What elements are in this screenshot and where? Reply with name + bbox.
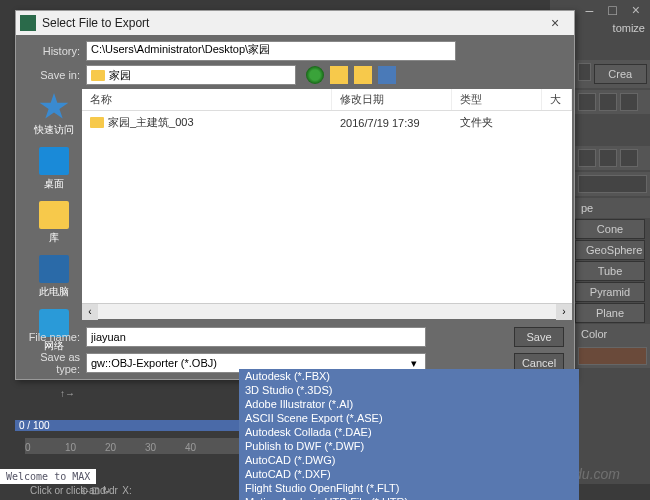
savein-value: 家园 [109, 68, 131, 83]
sidebar-item-label: 桌面 [26, 177, 82, 191]
color-swatch[interactable] [578, 347, 647, 365]
minimize-button[interactable]: – [586, 2, 594, 18]
history-dropdown[interactable]: C:\Users\Administrator\Desktop\家园 [86, 41, 456, 61]
folder-icon [90, 117, 104, 128]
desktop-icon [39, 147, 69, 175]
shapes-icon[interactable] [599, 149, 617, 167]
sidebar-item-label: 此电脑 [26, 285, 82, 299]
places-sidebar: 快速访问桌面库此电脑网络 [26, 89, 82, 319]
dialog-close-button[interactable]: × [540, 15, 570, 31]
customize-menu[interactable]: tomize [613, 22, 645, 34]
filetype-option[interactable]: Autodesk Collada (*.DAE) [239, 425, 579, 439]
shape-section-label: pe [575, 198, 650, 218]
filetype-option[interactable]: Adobe Illustrator (*.AI) [239, 397, 579, 411]
command-panel: Crea pe ConeGeoSphereTubePyramidPlane Co… [575, 60, 650, 370]
horizontal-scrollbar[interactable]: ‹ › [82, 303, 572, 319]
filetype-option[interactable]: Flight Studio OpenFlight (*.FLT) [239, 481, 579, 495]
history-label: History: [26, 45, 86, 57]
sidebar-item-label: 库 [26, 231, 82, 245]
filetype-option[interactable]: Autodesk (*.FBX) [239, 369, 579, 383]
primitive-pyramid-button[interactable]: Pyramid [575, 282, 645, 302]
pc-icon [39, 255, 69, 283]
filetype-option[interactable]: AutoCAD (*.DWG) [239, 453, 579, 467]
sidebar-item-label: 快速访问 [26, 123, 82, 137]
sidebar-item-库[interactable]: 库 [26, 201, 82, 245]
color-section-label: Color [575, 324, 650, 344]
col-date[interactable]: 修改日期 [332, 89, 452, 110]
create-tab-icon[interactable] [578, 63, 591, 81]
coord-x-label: X: [122, 485, 131, 496]
welcome-banner: Welcome to MAX [0, 469, 96, 484]
scroll-right-arrow[interactable]: › [556, 304, 572, 320]
back-icon[interactable] [306, 66, 324, 84]
lib-icon [39, 201, 69, 229]
filetype-option[interactable]: Publish to DWF (*.DWF) [239, 439, 579, 453]
status-text: Click or click-and-dr [30, 485, 118, 496]
app-window-controls: – □ × [576, 0, 650, 20]
filetype-dropdown-list: Autodesk (*.FBX)3D Studio (*.3DS)Adobe I… [239, 369, 579, 500]
folder-icon [91, 70, 105, 81]
filetype-option[interactable]: 3D Studio (*.3DS) [239, 383, 579, 397]
sidebar-item-此电脑[interactable]: 此电脑 [26, 255, 82, 299]
col-name[interactable]: 名称 [82, 89, 332, 110]
geometry-icon[interactable] [578, 149, 596, 167]
close-button[interactable]: × [632, 2, 640, 18]
filename-input[interactable] [86, 327, 426, 347]
panel-icon[interactable] [599, 93, 617, 111]
panel-icon[interactable] [578, 93, 596, 111]
filetype-option[interactable]: Motion Analysis HTR File (*.HTR) [239, 495, 579, 500]
up-folder-icon[interactable] [330, 66, 348, 84]
lights-icon[interactable] [620, 149, 638, 167]
sidebar-item-快速访问[interactable]: 快速访问 [26, 93, 82, 137]
sidebar-item-桌面[interactable]: 桌面 [26, 147, 82, 191]
savein-label: Save in: [26, 69, 86, 81]
panel-icon[interactable] [620, 93, 638, 111]
export-dialog: Select File to Export × History: C:\User… [15, 10, 575, 380]
star-icon [39, 93, 69, 121]
filetype-option[interactable]: AutoCAD (*.DXF) [239, 467, 579, 481]
viewport-axis: ↑→ [60, 388, 75, 399]
filename-label: File name: [26, 331, 86, 343]
scroll-left-arrow[interactable]: ‹ [82, 304, 98, 320]
col-type[interactable]: 类型 [452, 89, 542, 110]
dialog-title: Select File to Export [42, 16, 540, 30]
file-row[interactable]: 家园_主建筑_0032016/7/19 17:39文件夹 [82, 111, 572, 134]
primitive-tube-button[interactable]: Tube [575, 261, 645, 281]
save-button[interactable]: Save [514, 327, 564, 347]
maximize-button[interactable]: □ [608, 2, 616, 18]
primitive-geosphere-button[interactable]: GeoSphere [575, 240, 645, 260]
saveastype-label: Save as type: [26, 351, 86, 375]
primitive-plane-button[interactable]: Plane [575, 303, 645, 323]
create-label: Crea [594, 64, 648, 84]
primitive-cone-button[interactable]: Cone [575, 219, 645, 239]
dialog-titlebar[interactable]: Select File to Export × [16, 11, 574, 35]
filetype-option[interactable]: ASCII Scene Export (*.ASE) [239, 411, 579, 425]
col-size[interactable]: 大 [542, 89, 572, 110]
app-icon [20, 15, 36, 31]
savein-dropdown[interactable]: 家园 [86, 65, 296, 85]
file-list-header: 名称 修改日期 类型 大 [82, 89, 572, 111]
new-folder-icon[interactable] [354, 66, 372, 84]
file-list: 名称 修改日期 类型 大 家园_主建筑_0032016/7/19 17:39文件… [82, 89, 572, 319]
view-menu-icon[interactable] [378, 66, 396, 84]
category-dropdown-icon[interactable] [578, 175, 647, 193]
